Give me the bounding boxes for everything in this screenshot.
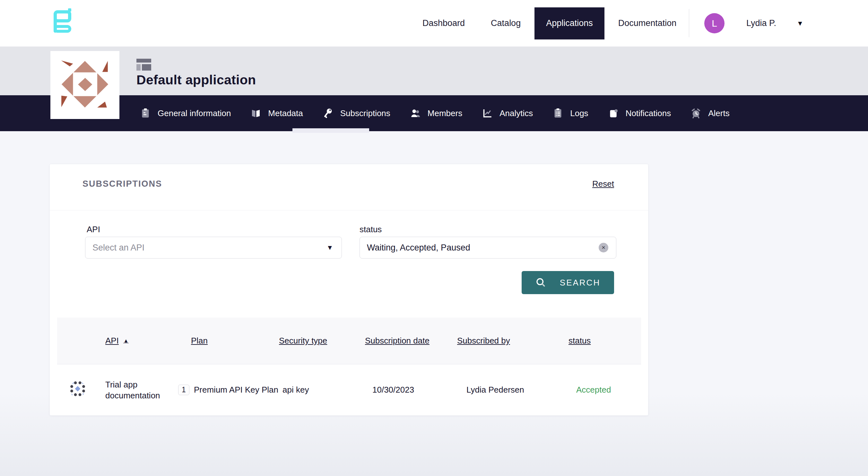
cell-subscribed-by: Lydia Pedersen [457, 385, 568, 395]
search-button-label: SEARCH [560, 278, 600, 288]
column-header-status[interactable]: status [568, 336, 641, 346]
status-input[interactable]: Waiting, Accepted, Paused ✕ [360, 237, 616, 259]
book-icon [250, 107, 261, 119]
column-header-subscription-date[interactable]: Subscription date [365, 336, 457, 346]
api-filter-label: API [87, 225, 100, 235]
tab-alerts[interactable]: Alerts [690, 107, 729, 119]
api-select[interactable]: Select an API ▼ [85, 237, 342, 259]
tab-logs[interactable]: Logs [552, 107, 588, 119]
avatar[interactable]: L [704, 13, 724, 33]
tab-metadata[interactable]: Metadata [250, 107, 303, 119]
cell-plan: 1 Premium API Key Plan [178, 384, 279, 395]
application-avatar [51, 51, 119, 119]
sort-ascending-icon: ▲ [123, 338, 129, 344]
panel-heading: SUBSCRIPTIONS [83, 179, 162, 189]
table-row[interactable]: Trial app documentation 1 Premium API Ke… [57, 364, 641, 415]
column-header-subscribed-by[interactable]: Subscribed by [457, 336, 568, 346]
table-header-row: API ▲ Plan Security type Subscription da… [57, 317, 641, 364]
main-content: SUBSCRIPTIONS Reset API Select an API ▼ … [0, 131, 868, 476]
application-identicon-icon [58, 58, 112, 112]
nav-item-catalog[interactable]: Catalog [491, 18, 521, 28]
chevron-down-icon[interactable]: ▼ [797, 20, 804, 27]
panel-divider [50, 210, 648, 210]
application-tabbar: General information Metadata Subscriptio… [0, 95, 868, 131]
reset-link[interactable]: Reset [592, 179, 614, 189]
status-filter-label: status [360, 225, 382, 235]
application-title-block: Default application [136, 46, 256, 88]
active-tab-indicator [292, 128, 369, 133]
column-header-security-type[interactable]: Security type [279, 336, 365, 346]
page-title: Default application [136, 72, 256, 88]
cell-api-name: Trial app documentation [105, 379, 166, 401]
status-input-value: Waiting, Accepted, Paused [367, 243, 470, 253]
tab-analytics[interactable]: Analytics [482, 107, 533, 119]
brand-logo-icon[interactable] [54, 8, 79, 33]
search-button[interactable]: SEARCH [522, 271, 614, 294]
column-header-plan[interactable]: Plan [178, 336, 279, 346]
select-caret-icon[interactable]: ▼ [327, 244, 333, 251]
navbar-divider [689, 9, 689, 37]
user-name: Lydia P. [746, 18, 776, 28]
tab-members[interactable]: Members [410, 107, 462, 119]
clear-icon[interactable]: ✕ [599, 243, 608, 252]
tab-general-information[interactable]: General information [140, 107, 231, 119]
people-icon [410, 107, 421, 119]
subscriptions-table: API ▲ Plan Security type Subscription da… [57, 317, 641, 415]
page-badge-icon [608, 107, 619, 119]
nav-item-dashboard[interactable]: Dashboard [423, 18, 465, 28]
nav-item-documentation[interactable]: Documentation [618, 18, 677, 28]
column-header-api[interactable]: API ▲ [105, 336, 178, 346]
tab-subscriptions[interactable]: Subscriptions [322, 107, 390, 119]
plan-count-badge: 1 [178, 384, 189, 395]
list-clipboard-icon [552, 107, 564, 119]
cell-subscription-date: 10/30/2023 [365, 385, 457, 395]
cell-security-type: api key [279, 385, 365, 395]
alarm-clock-icon [690, 107, 702, 119]
subscriptions-panel: SUBSCRIPTIONS Reset API Select an API ▼ … [50, 164, 648, 415]
primary-nav: Dashboard Catalog Applications Documenta… [423, 0, 676, 46]
clipboard-icon [140, 107, 151, 119]
plan-name: Premium API Key Plan [194, 385, 278, 395]
chart-icon [482, 107, 493, 119]
key-icon [322, 107, 334, 119]
status-badge: Accepted [568, 385, 641, 395]
top-navbar: Dashboard Catalog Applications Documenta… [0, 0, 868, 46]
search-icon [535, 277, 546, 288]
api-select-placeholder: Select an API [92, 243, 145, 253]
application-type-icon [136, 59, 151, 71]
application-header: Default application [0, 46, 868, 95]
user-menu[interactable]: L Lydia P. ▼ [704, 0, 804, 46]
nav-item-applications[interactable]: Applications [534, 7, 604, 39]
tab-notifications[interactable]: Notifications [608, 107, 671, 119]
api-identicon-icon [57, 380, 105, 400]
